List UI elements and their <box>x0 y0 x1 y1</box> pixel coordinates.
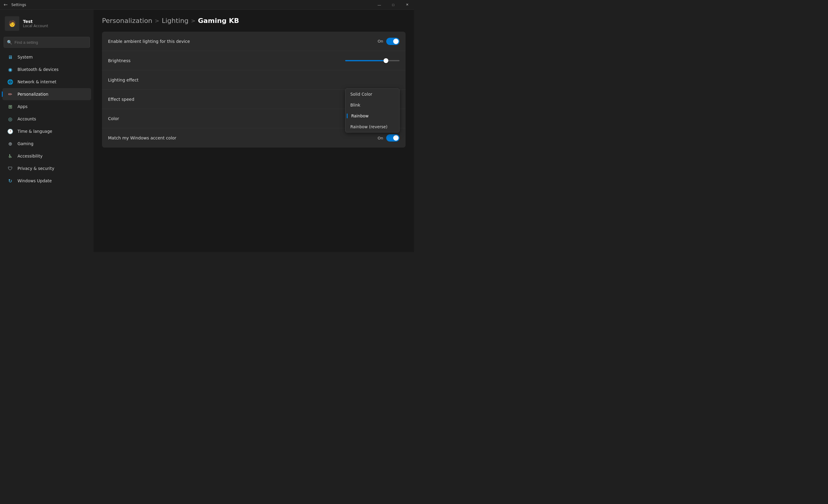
titlebar-controls: — □ ✕ <box>372 0 414 10</box>
dropdown-item-rainbow[interactable]: Rainbow <box>345 111 399 121</box>
sidebar-label-gaming: Gaming <box>17 141 34 146</box>
minimize-button[interactable]: — <box>372 0 386 10</box>
accent-value: On <box>378 136 383 140</box>
sidebar-item-network[interactable]: 🌐 Network & internet <box>2 76 91 88</box>
brightness-slider[interactable] <box>345 60 400 61</box>
sidebar-label-system: System <box>17 55 33 59</box>
search-box[interactable]: 🔍 <box>4 37 90 48</box>
user-info: Test Local Account <box>23 19 48 28</box>
user-subtitle: Local Account <box>23 24 48 28</box>
personalization-icon: ✏ <box>7 91 13 97</box>
user-name: Test <box>23 19 48 24</box>
sidebar-item-bluetooth[interactable]: ◉ Bluetooth & devices <box>2 64 91 76</box>
brightness-row: Brightness <box>102 51 406 70</box>
sidebar-item-personalization[interactable]: ✏ Personalization <box>2 88 91 100</box>
time-icon: 🕐 <box>7 128 13 134</box>
sidebar-item-gaming[interactable]: ⊕ Gaming <box>2 138 91 150</box>
network-icon: 🌐 <box>7 79 13 85</box>
accessibility-icon: ♿ <box>7 153 13 159</box>
sidebar-item-time[interactable]: 🕐 Time & language <box>2 125 91 137</box>
brightness-thumb[interactable] <box>383 58 388 63</box>
sidebar-label-privacy: Privacy & security <box>17 166 54 171</box>
nav-list: 🖥 System ◉ Bluetooth & devices 🌐 Network… <box>0 51 93 187</box>
gaming-icon: ⊕ <box>7 141 13 147</box>
breadcrumb-item-personalization[interactable]: Personalization <box>102 17 152 25</box>
ambient-toggle[interactable] <box>386 38 400 45</box>
sidebar-label-network: Network & internet <box>17 79 56 84</box>
close-button[interactable]: ✕ <box>400 0 414 10</box>
bluetooth-icon: ◉ <box>7 67 13 73</box>
accent-color-label: Match my Windows accent color <box>108 135 176 140</box>
breadcrumb: Personalization > Lighting > Gaming KB <box>102 17 406 25</box>
sidebar-label-apps: Apps <box>17 104 28 109</box>
breadcrumb-current: Gaming KB <box>198 17 239 25</box>
sidebar-item-accounts[interactable]: ◎ Accounts <box>2 113 91 125</box>
search-input[interactable] <box>14 40 87 45</box>
breadcrumb-item-lighting[interactable]: Lighting <box>162 17 189 25</box>
ambient-value: On <box>378 39 383 43</box>
privacy-icon: 🛡 <box>7 165 13 171</box>
ambient-lighting-label: Enable ambient lighting for this device <box>108 39 190 44</box>
brightness-track <box>345 60 400 61</box>
sidebar-label-accessibility: Accessibility <box>17 154 43 159</box>
sidebar-item-accessibility[interactable]: ♿ Accessibility <box>2 150 91 162</box>
avatar: 🧑 <box>5 16 19 31</box>
sidebar-item-apps[interactable]: ⊞ Apps <box>2 100 91 113</box>
system-icon: 🖥 <box>7 54 13 60</box>
brightness-label: Brightness <box>108 58 131 63</box>
app-container: 🧑 Test Local Account 🔍 🖥 System ◉ Blueto… <box>0 10 414 252</box>
apps-icon: ⊞ <box>7 103 13 110</box>
sidebar-item-update[interactable]: ↻ Windows Update <box>2 175 91 187</box>
breadcrumb-sep-2: > <box>191 17 196 24</box>
accent-toggle[interactable] <box>386 134 400 141</box>
update-icon: ↻ <box>7 178 13 184</box>
selected-indicator <box>347 114 347 118</box>
dropdown-item-solid-color[interactable]: Solid Color <box>345 89 399 99</box>
breadcrumb-sep-1: > <box>155 17 159 24</box>
sidebar-label-bluetooth: Bluetooth & devices <box>17 67 58 72</box>
sidebar-item-system[interactable]: 🖥 System <box>2 51 91 63</box>
sidebar-label-update: Windows Update <box>17 178 52 183</box>
user-profile: 🧑 Test Local Account <box>0 13 93 36</box>
dropdown-item-blink[interactable]: Blink <box>345 99 399 111</box>
sidebar-label-time: Time & language <box>17 129 52 134</box>
main-content: Personalization > Lighting > Gaming KB E… <box>93 10 414 252</box>
ambient-lighting-row: Enable ambient lighting for this device … <box>102 32 406 51</box>
back-arrow[interactable]: ← <box>4 2 7 7</box>
sidebar-label-personalization: Personalization <box>17 92 48 96</box>
sidebar: 🧑 Test Local Account 🔍 🖥 System ◉ Blueto… <box>0 10 93 252</box>
settings-card: Enable ambient lighting for this device … <box>102 32 406 148</box>
titlebar: ← Settings — □ ✕ <box>0 0 414 10</box>
sidebar-label-accounts: Accounts <box>17 117 36 121</box>
sidebar-item-privacy[interactable]: 🛡 Privacy & security <box>2 162 91 174</box>
dropdown-item-rainbow-reverse[interactable]: Rainbow (reverse) <box>345 121 399 132</box>
titlebar-title: Settings <box>11 3 26 7</box>
lighting-effect-dropdown: Solid ColorBlinkRainbowRainbow (reverse) <box>345 88 400 132</box>
titlebar-left: ← Settings <box>4 2 26 7</box>
accounts-icon: ◎ <box>7 116 13 122</box>
search-icon: 🔍 <box>7 40 12 45</box>
lighting-effect-row: Lighting effect Solid ColorBlinkRainbowR… <box>102 70 406 90</box>
search-container: 🔍 <box>0 36 93 51</box>
lighting-effect-label: Lighting effect <box>108 78 138 82</box>
color-label: Color <box>108 116 119 121</box>
brightness-fill <box>345 60 386 61</box>
maximize-button[interactable]: □ <box>386 0 400 10</box>
effect-speed-label: Effect speed <box>108 97 134 102</box>
